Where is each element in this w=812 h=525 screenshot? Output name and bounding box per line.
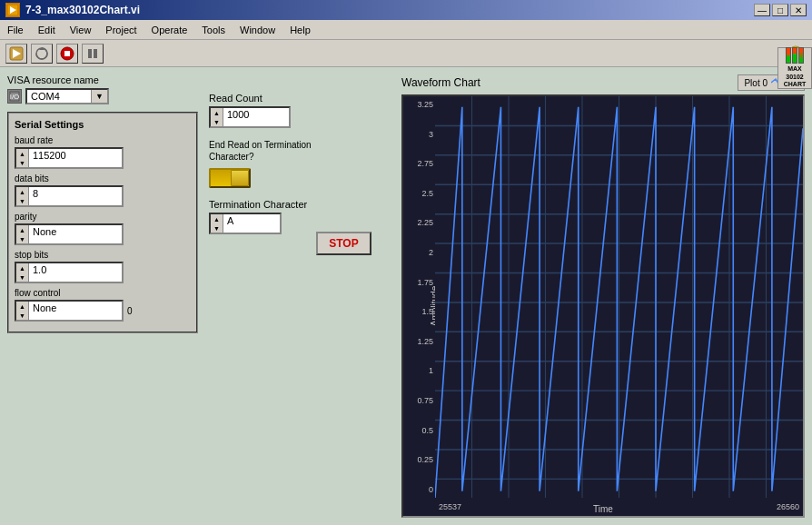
y-axis-labels: 3.25 3 2.75 2.5 2.25 2 1.75 1.5 1.25 1 0…: [403, 96, 435, 498]
termination-value: A: [223, 214, 280, 233]
title-bar-left: 7-3_max30102Chart.vi: [5, 3, 140, 17]
baud-rate-spinner[interactable]: ▲ ▼: [16, 149, 29, 167]
baud-rate-input[interactable]: ▲ ▼ 115200: [15, 147, 124, 169]
baud-rate-label: baud rate: [15, 135, 191, 145]
y-label-25: 2.5: [421, 189, 433, 198]
menu-window[interactable]: Window: [233, 23, 282, 37]
stop-bits-value: 1.0: [29, 263, 122, 282]
y-label-075: 0.75: [417, 396, 433, 405]
toggle-knob: [231, 170, 249, 186]
parity-input[interactable]: ▲ ▼ None: [15, 223, 124, 245]
data-bits-spinner[interactable]: ▲ ▼: [16, 187, 29, 205]
plot-label: Plot 0: [744, 78, 767, 88]
chart-badge-line3: CHART: [784, 81, 807, 88]
read-count-value: 1000: [223, 108, 289, 126]
termination-up[interactable]: ▲: [211, 214, 223, 223]
x-axis-labels: 25537 26560: [435, 498, 803, 516]
y-label-225: 2.25: [417, 218, 433, 227]
data-bits-down[interactable]: ▼: [16, 196, 28, 205]
maximize-button[interactable]: □: [772, 4, 788, 16]
run-button[interactable]: [5, 44, 27, 64]
menu-help[interactable]: Help: [282, 23, 318, 37]
read-count-spinner[interactable]: ▲ ▼: [211, 108, 223, 126]
visa-input[interactable]: [27, 90, 91, 103]
window-title: 7-3_max30102Chart.vi: [25, 4, 140, 16]
middle-panel: Read Count ▲ ▼ 1000 End Read on Terminat…: [209, 74, 391, 518]
flow-control-spinner[interactable]: ▲ ▼: [16, 302, 29, 320]
flow-control-down[interactable]: ▼: [16, 311, 28, 320]
stop-bits-label: stop bits: [15, 250, 191, 260]
visa-dropdown-btn[interactable]: ▼: [91, 90, 107, 103]
read-count-input[interactable]: ▲ ▼ 1000: [209, 106, 291, 128]
baud-rate-value: 115200: [29, 149, 122, 167]
flow-control-label: flow control: [15, 288, 191, 298]
baud-rate-up[interactable]: ▲: [16, 149, 28, 158]
chart-header: Waveform Chart Plot 0: [401, 74, 805, 91]
close-button[interactable]: ✕: [790, 4, 807, 16]
flow-control-row: ▲ ▼ None 0: [15, 300, 191, 322]
y-label-175: 1.75: [417, 278, 433, 287]
y-label-05: 0.5: [421, 426, 433, 435]
serial-settings-panel: Serial Settings baud rate ▲ ▼ 115200 dat…: [7, 112, 198, 333]
y-label-0: 0: [429, 485, 433, 494]
svg-rect-7: [64, 51, 70, 56]
flow-control-input[interactable]: ▲ ▼ None: [15, 300, 124, 322]
flow-control-value: None: [29, 302, 122, 320]
termination-down[interactable]: ▼: [211, 223, 223, 233]
termination-input[interactable]: ▲ ▼ A: [209, 213, 282, 234]
menu-file[interactable]: File: [0, 23, 31, 37]
parity-up[interactable]: ▲: [16, 225, 28, 234]
termination-spinner[interactable]: ▲ ▼: [211, 214, 223, 233]
parity-down[interactable]: ▼: [16, 234, 28, 243]
data-bits-group: data bits ▲ ▼ 8: [15, 173, 191, 207]
read-count-up[interactable]: ▲: [211, 108, 223, 117]
y-label-1: 1: [429, 366, 433, 375]
menu-view[interactable]: View: [63, 23, 99, 37]
pause-button[interactable]: [82, 44, 104, 64]
menu-bar: File Edit View Project Operate Tools Win…: [0, 20, 812, 40]
baud-rate-down[interactable]: ▼: [16, 158, 28, 167]
data-bits-value: 8: [29, 187, 122, 205]
stop-program-button[interactable]: STOP: [316, 232, 371, 255]
menu-project[interactable]: Project: [98, 23, 144, 37]
parity-spinner[interactable]: ▲ ▼: [16, 225, 29, 243]
data-bits-input[interactable]: ▲ ▼ 8: [15, 185, 124, 207]
stop-bits-group: stop bits ▲ ▼ 1.0: [15, 250, 191, 283]
menu-operate[interactable]: Operate: [144, 23, 195, 37]
visa-combo[interactable]: ▼: [25, 88, 109, 104]
stop-bits-down[interactable]: ▼: [16, 272, 28, 282]
chart-container[interactable]: Amplitude: [401, 94, 805, 518]
stop-bits-input[interactable]: ▲ ▼ 1.0: [15, 262, 124, 283]
y-label-2: 2: [429, 248, 433, 257]
menu-tools[interactable]: Tools: [194, 23, 233, 37]
y-label-3: 3: [429, 130, 433, 139]
read-count-label: Read Count: [209, 93, 391, 104]
termination-label: Termination Character: [209, 199, 307, 210]
visa-icon: I/O: [7, 89, 22, 104]
data-bits-label: data bits: [15, 173, 191, 183]
menu-edit[interactable]: Edit: [31, 23, 63, 37]
chart-badge: MAX 30102 CHART: [777, 47, 812, 89]
parity-label: parity: [15, 212, 191, 222]
y-label-025: 0.25: [417, 455, 433, 464]
title-controls: — □ ✕: [754, 4, 807, 16]
y-label-275: 2.75: [417, 159, 433, 168]
stop-button-toolbar[interactable]: [56, 44, 78, 64]
end-read-toggle[interactable]: [209, 168, 251, 188]
run-continuously-button[interactable]: [31, 44, 53, 64]
svg-rect-8: [88, 49, 92, 58]
toolbar: ?: [0, 40, 812, 67]
end-read-label: End Read on Termination Character?: [209, 139, 354, 163]
left-panel: VISA resource name I/O ▼ Serial Settings…: [7, 74, 198, 518]
stop-bits-up[interactable]: ▲: [16, 263, 28, 272]
x-label-max: 26560: [777, 502, 799, 511]
minimize-button[interactable]: —: [754, 4, 770, 16]
chart-badge-line2: 30102: [784, 74, 807, 81]
stop-bits-spinner[interactable]: ▲ ▼: [16, 263, 29, 282]
serial-settings-title: Serial Settings: [15, 119, 191, 130]
flow-control-up[interactable]: ▲: [16, 302, 28, 311]
read-count-down[interactable]: ▼: [211, 117, 223, 126]
toggle-container: [209, 168, 391, 188]
svg-rect-9: [94, 49, 97, 58]
data-bits-up[interactable]: ▲: [16, 187, 28, 196]
